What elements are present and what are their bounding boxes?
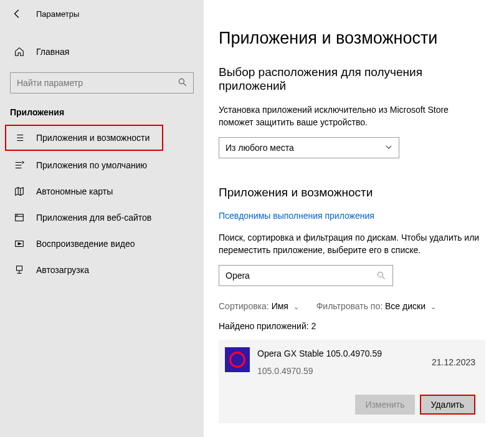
website-icon xyxy=(14,212,25,223)
sidebar-search-input[interactable] xyxy=(10,72,194,94)
app-search-input[interactable] xyxy=(219,266,392,286)
app-search[interactable] xyxy=(219,265,393,286)
select-value: Из любого места xyxy=(226,143,294,153)
filter-label: Фильтровать по: xyxy=(316,301,383,311)
search-icon xyxy=(178,77,188,89)
svg-line-1 xyxy=(184,84,186,86)
nav-video-playback[interactable]: Воспроизведение видео xyxy=(0,231,204,257)
app-install-date: 21.12.2023 xyxy=(432,347,475,376)
chevron-down-icon: ⌄ xyxy=(430,303,436,310)
app-version: 105.0.4970.59 xyxy=(257,366,424,376)
nav-offline-maps[interactable]: Автономные карты xyxy=(0,178,204,204)
chevron-down-icon xyxy=(385,143,392,153)
nav-item-label: Приложения для веб-сайтов xyxy=(36,213,151,223)
sidebar-group-title: Приложения xyxy=(0,94,204,123)
nav-startup[interactable]: Автозагрузка xyxy=(0,257,204,283)
opera-gx-icon xyxy=(225,347,250,372)
nav-item-label: Воспроизведение видео xyxy=(36,239,135,249)
list-icon xyxy=(14,132,25,143)
nav-item-label: Приложения и возможности xyxy=(36,133,150,143)
nav-item-label: Автозагрузка xyxy=(36,265,89,275)
home-icon xyxy=(14,46,25,57)
page-title: Приложения и возможности xyxy=(219,29,485,48)
nav-apps-websites[interactable]: Приложения для веб-сайтов xyxy=(0,204,204,231)
defaults-icon xyxy=(14,160,25,171)
app-list-item[interactable]: Opera GX Stable 105.0.4970.59 105.0.4970… xyxy=(219,340,485,423)
uninstall-button[interactable]: Удалить xyxy=(420,395,475,415)
found-count: Найдено приложений: 2 xyxy=(219,321,485,331)
nav-home[interactable]: Главная xyxy=(0,40,204,64)
svg-line-21 xyxy=(383,277,385,279)
window-title: Параметры xyxy=(36,9,79,19)
app-name: Opera GX Stable 105.0.4970.59 xyxy=(257,347,424,358)
startup-icon xyxy=(14,264,25,276)
main-content: Приложения и возможности Выбор расположе… xyxy=(204,0,504,437)
filter-value[interactable]: Все диски xyxy=(385,301,426,311)
source-description: Установка приложений исключительно из Mi… xyxy=(219,104,485,128)
nav-default-apps[interactable]: Приложения по умолчанию xyxy=(0,152,204,178)
apps-section-heading: Приложения и возможности xyxy=(219,186,485,199)
video-icon xyxy=(14,238,25,249)
back-button[interactable] xyxy=(11,7,24,20)
nav-item-label: Приложения по умолчанию xyxy=(36,160,147,170)
nav-apps-features[interactable]: Приложения и возможности xyxy=(5,125,163,151)
nav-item-label: Автономные карты xyxy=(36,186,113,196)
sort-label: Сортировка: xyxy=(219,301,269,311)
sidebar: Параметры Главная Приложения Приложения … xyxy=(0,0,204,437)
modify-button: Изменить xyxy=(355,395,414,415)
install-source-select[interactable]: Из любого места xyxy=(219,137,399,158)
nav-home-label: Главная xyxy=(36,47,69,57)
map-icon xyxy=(14,186,25,197)
search-description: Поиск, сортировка и фильтрация по дискам… xyxy=(219,232,485,256)
svg-point-15 xyxy=(17,215,17,216)
sort-value[interactable]: Имя xyxy=(272,301,288,311)
sidebar-search[interactable] xyxy=(10,72,194,94)
search-icon xyxy=(376,271,386,282)
source-heading: Выбор расположения для получения приложе… xyxy=(219,65,485,93)
svg-point-0 xyxy=(179,79,184,84)
svg-point-20 xyxy=(378,272,383,277)
execution-alias-link[interactable]: Псевдонимы выполнения приложения xyxy=(219,211,374,221)
svg-rect-17 xyxy=(17,266,22,271)
chevron-down-icon: ⌄ xyxy=(293,303,299,310)
sort-filter-row: Сортировка: Имя ⌄ Фильтровать по: Все ди… xyxy=(219,301,485,311)
